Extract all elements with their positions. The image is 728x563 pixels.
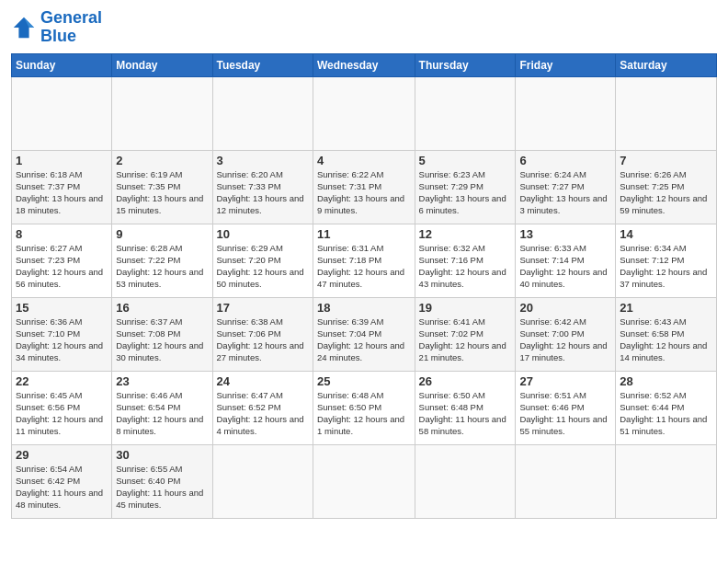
col-tuesday: Tuesday [212,53,313,76]
logo: General Blue [11,9,102,46]
day-number: 10 [217,227,309,241]
calendar-cell: 25Sunrise: 6:48 AMSunset: 6:50 PMDayligh… [313,371,415,444]
day-number: 12 [419,227,512,241]
day-number: 27 [519,374,611,388]
calendar-cell: 29Sunrise: 6:54 AMSunset: 6:42 PMDayligh… [12,444,112,518]
day-number: 26 [419,374,512,388]
day-info: Sunrise: 6:45 AMSunset: 6:56 PMDaylight:… [16,389,108,438]
day-info: Sunrise: 6:43 AMSunset: 6:58 PMDaylight:… [620,316,712,364]
calendar-cell: 7Sunrise: 6:26 AMSunset: 7:25 PMDaylight… [616,150,717,224]
day-number: 19 [419,301,512,315]
day-info: Sunrise: 6:46 AMSunset: 6:54 PMDaylight:… [116,389,208,438]
day-info: Sunrise: 6:39 AMSunset: 7:04 PMDaylight:… [317,316,411,364]
calendar-cell: 2Sunrise: 6:19 AMSunset: 7:35 PMDaylight… [112,150,212,224]
calendar-cell: 6Sunrise: 6:24 AMSunset: 7:27 PMDaylight… [516,150,616,224]
calendar-cell: 4Sunrise: 6:22 AMSunset: 7:31 PMDaylight… [313,150,415,224]
day-number: 28 [620,374,712,388]
calendar-week-row: 15Sunrise: 6:36 AMSunset: 7:10 PMDayligh… [12,297,717,371]
calendar-cell: 24Sunrise: 6:47 AMSunset: 6:52 PMDayligh… [212,371,313,444]
col-sunday: Sunday [12,53,112,76]
calendar-cell: 14Sunrise: 6:34 AMSunset: 7:12 PMDayligh… [616,224,717,297]
col-thursday: Thursday [415,53,516,76]
day-info: Sunrise: 6:55 AMSunset: 6:40 PMDaylight:… [116,463,208,511]
page-header: General Blue [11,9,717,46]
day-number: 1 [16,154,108,167]
day-info: Sunrise: 6:48 AMSunset: 6:50 PMDaylight:… [317,389,411,438]
day-info: Sunrise: 6:29 AMSunset: 7:20 PMDaylight:… [217,242,309,291]
day-info: Sunrise: 6:19 AMSunset: 7:35 PMDaylight:… [116,168,208,217]
day-info: Sunrise: 6:52 AMSunset: 6:44 PMDaylight:… [620,389,712,438]
col-wednesday: Wednesday [313,53,415,76]
day-info: Sunrise: 6:27 AMSunset: 7:23 PMDaylight:… [16,242,108,291]
calendar-cell: 10Sunrise: 6:29 AMSunset: 7:20 PMDayligh… [212,224,313,297]
day-number: 18 [317,301,411,315]
calendar-cell: 21Sunrise: 6:43 AMSunset: 6:58 PMDayligh… [616,297,717,371]
day-number: 25 [317,374,411,388]
day-info: Sunrise: 6:24 AMSunset: 7:27 PMDaylight:… [519,168,611,217]
day-number: 29 [16,448,108,462]
calendar-cell [616,444,717,518]
day-number: 5 [419,154,512,167]
calendar-cell [415,76,516,150]
calendar-week-row: 1Sunrise: 6:18 AMSunset: 7:37 PMDaylight… [12,150,717,224]
calendar-cell: 15Sunrise: 6:36 AMSunset: 7:10 PMDayligh… [12,297,112,371]
day-info: Sunrise: 6:41 AMSunset: 7:02 PMDaylight:… [419,316,512,364]
calendar-cell [212,76,313,150]
calendar-cell [516,76,616,150]
calendar-cell: 26Sunrise: 6:50 AMSunset: 6:48 PMDayligh… [415,371,516,444]
day-info: Sunrise: 6:28 AMSunset: 7:22 PMDaylight:… [116,242,208,291]
logo-text: General Blue [40,9,102,46]
day-number: 4 [317,154,411,167]
calendar-week-row: 8Sunrise: 6:27 AMSunset: 7:23 PMDaylight… [12,224,717,297]
calendar-header-row: Sunday Monday Tuesday Wednesday Thursday… [12,53,717,76]
page-container: General Blue Sunday Monday Tuesday Wedne… [0,0,728,528]
day-number: 9 [116,227,208,241]
day-info: Sunrise: 6:42 AMSunset: 7:00 PMDaylight:… [519,316,611,364]
calendar-week-row: 29Sunrise: 6:54 AMSunset: 6:42 PMDayligh… [12,444,717,518]
day-info: Sunrise: 6:26 AMSunset: 7:25 PMDaylight:… [620,168,712,217]
calendar-cell [212,444,313,518]
day-info: Sunrise: 6:31 AMSunset: 7:18 PMDaylight:… [317,242,411,291]
day-number: 30 [116,448,208,462]
calendar-cell: 18Sunrise: 6:39 AMSunset: 7:04 PMDayligh… [313,297,415,371]
day-number: 2 [116,154,208,167]
day-number: 23 [116,374,208,388]
day-info: Sunrise: 6:50 AMSunset: 6:48 PMDaylight:… [419,389,512,438]
day-number: 7 [620,154,712,167]
day-number: 8 [16,227,108,241]
calendar-cell [313,444,415,518]
day-info: Sunrise: 6:20 AMSunset: 7:33 PMDaylight:… [217,168,309,217]
day-number: 3 [217,154,309,167]
day-info: Sunrise: 6:18 AMSunset: 7:37 PMDaylight:… [16,168,108,217]
calendar-cell [616,76,717,150]
calendar-cell: 11Sunrise: 6:31 AMSunset: 7:18 PMDayligh… [313,224,415,297]
day-info: Sunrise: 6:32 AMSunset: 7:16 PMDaylight:… [419,242,512,291]
day-info: Sunrise: 6:54 AMSunset: 6:42 PMDaylight:… [16,463,108,511]
calendar-cell: 23Sunrise: 6:46 AMSunset: 6:54 PMDayligh… [112,371,212,444]
day-info: Sunrise: 6:51 AMSunset: 6:46 PMDaylight:… [519,389,611,438]
calendar-cell: 9Sunrise: 6:28 AMSunset: 7:22 PMDaylight… [112,224,212,297]
day-number: 11 [317,227,411,241]
calendar-cell: 1Sunrise: 6:18 AMSunset: 7:37 PMDaylight… [12,150,112,224]
calendar-cell: 12Sunrise: 6:32 AMSunset: 7:16 PMDayligh… [415,224,516,297]
day-info: Sunrise: 6:22 AMSunset: 7:31 PMDaylight:… [317,168,411,217]
calendar-cell [516,444,616,518]
calendar-cell: 27Sunrise: 6:51 AMSunset: 6:46 PMDayligh… [516,371,616,444]
calendar-cell: 16Sunrise: 6:37 AMSunset: 7:08 PMDayligh… [112,297,212,371]
calendar-week-row: 22Sunrise: 6:45 AMSunset: 6:56 PMDayligh… [12,371,717,444]
calendar-cell: 8Sunrise: 6:27 AMSunset: 7:23 PMDaylight… [12,224,112,297]
col-monday: Monday [112,53,212,76]
logo-icon [11,15,37,40]
day-number: 16 [116,301,208,315]
calendar-week-row [12,76,717,150]
calendar-cell: 13Sunrise: 6:33 AMSunset: 7:14 PMDayligh… [516,224,616,297]
calendar-cell: 22Sunrise: 6:45 AMSunset: 6:56 PMDayligh… [12,371,112,444]
day-number: 13 [519,227,611,241]
day-number: 24 [217,374,309,388]
calendar-table: Sunday Monday Tuesday Wednesday Thursday… [11,53,717,519]
day-number: 20 [519,301,611,315]
day-info: Sunrise: 6:34 AMSunset: 7:12 PMDaylight:… [620,242,712,291]
day-info: Sunrise: 6:47 AMSunset: 6:52 PMDaylight:… [217,389,309,438]
day-number: 15 [16,301,108,315]
calendar-cell: 17Sunrise: 6:38 AMSunset: 7:06 PMDayligh… [212,297,313,371]
